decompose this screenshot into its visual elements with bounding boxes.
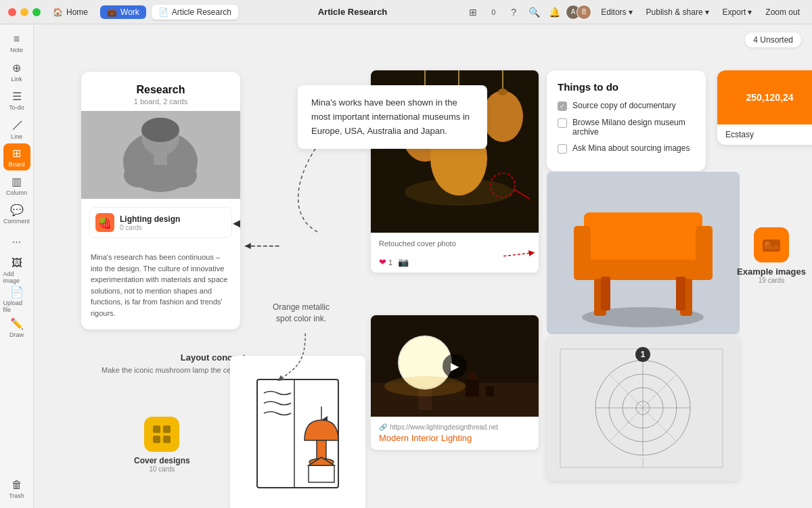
grid-icon[interactable]: ⊞ — [467, 6, 479, 18]
svg-rect-8 — [163, 425, 171, 433]
work-icon: 💼 — [107, 7, 117, 17]
editors-button[interactable]: Editors ▾ — [597, 5, 636, 19]
heart-count: 1 — [388, 258, 392, 267]
checkbox-1[interactable] — [558, 101, 567, 111]
todo-item-1[interactable]: Source copy of documentary — [558, 101, 695, 111]
chair-card — [547, 172, 740, 334]
line-icon: — — [7, 115, 26, 134]
sidebar-item-upload-file[interactable]: 📄 Upload file — [3, 285, 30, 313]
chevron-down-icon-3: ▾ — [748, 7, 752, 17]
sidebar-item-column[interactable]: ▥ Column — [3, 172, 30, 199]
svg-text:1: 1 — [641, 350, 646, 359]
app-body: ≡ Note ⊕ Link ☰ To-do — Line ⊞ Board ▥ C… — [0, 24, 812, 508]
todo-item-3[interactable]: Ask Mina about sourcing images — [558, 143, 695, 154]
tab-work[interactable]: 💼 Work — [100, 5, 146, 19]
maximize-button[interactable] — [32, 8, 41, 16]
notification-count: 0 — [487, 6, 499, 18]
bell-icon[interactable]: 🔔 — [548, 6, 560, 18]
example-sub: 19 cards — [717, 277, 812, 284]
chevron-down-icon-2: ▾ — [705, 7, 709, 17]
sidebar-item-comment[interactable]: 💬 Comment — [3, 200, 30, 227]
export-button[interactable]: Export ▾ — [719, 5, 757, 19]
traffic-lights — [8, 8, 41, 16]
sidebar-item-add-image[interactable]: 🖼 Add image — [3, 257, 30, 284]
help-icon[interactable]: ? — [508, 6, 520, 18]
nested-sub: 0 cards — [120, 224, 226, 231]
photo-card-bottom[interactable]: ▶ 🔗 https://www.lightingdesignthread.net… — [371, 315, 539, 450]
svg-rect-43 — [584, 260, 702, 280]
tab-article-label: Article Research — [172, 7, 231, 17]
camera-icon[interactable]: 📷 — [398, 257, 409, 267]
sidebar-item-note[interactable]: ≡ Note — [3, 30, 30, 57]
titlebar-icons: ⊞ 0 ? 🔍 🔔 — [467, 6, 560, 18]
todo-text-3: Ask Mina about sourcing images — [572, 143, 690, 153]
sidebar-label-column: Column — [6, 189, 27, 196]
sidebar-label-line: Line — [11, 133, 22, 140]
board-icon: ⊞ — [12, 147, 21, 160]
svg-point-4 — [141, 118, 179, 142]
sketch-card[interactable] — [230, 356, 365, 508]
video-thumbnail[interactable]: ▶ — [371, 315, 539, 417]
cover-designs-card[interactable]: Cover designs 10 cards — [134, 417, 190, 473]
upload-icon: 📄 — [10, 285, 24, 298]
chevron-down-icon: ▾ — [629, 7, 633, 17]
checkbox-3[interactable] — [558, 144, 567, 154]
sidebar-item-link[interactable]: ⊕ Link — [3, 58, 30, 85]
canvas[interactable]: 4 Unsorted — [34, 24, 812, 508]
research-body-text: Mina's research has been continuous – in… — [81, 246, 240, 319]
sidebar-item-trash[interactable]: 🗑 Trash — [3, 476, 30, 503]
checkbox-2[interactable] — [558, 118, 567, 128]
sidebar-item-line[interactable]: — Line — [3, 115, 30, 142]
example-images-card[interactable]: Example images 19 cards — [717, 227, 812, 284]
todo-card[interactable]: Things to do Source copy of documentary … — [547, 70, 706, 171]
avatar-2: B — [577, 5, 591, 20]
sidebar-item-todo[interactable]: ☰ To-do — [3, 87, 30, 114]
sidebar-label-note: Note — [10, 47, 23, 53]
zoom-out-button[interactable]: Zoom out — [761, 5, 804, 19]
search-icon[interactable]: 🔍 — [528, 6, 540, 18]
research-card-subtitle: 1 board, 2 cards — [92, 97, 229, 106]
more-icon: ··· — [12, 236, 21, 248]
sketch-drawing — [244, 369, 352, 498]
sidebar-item-more[interactable]: ··· — [3, 229, 30, 256]
color-card[interactable]: 250,120,24 Ecstasy — [717, 70, 812, 145]
svg-rect-16 — [309, 465, 334, 482]
color-name: Ecstasy — [717, 124, 812, 145]
svg-rect-36 — [466, 379, 479, 396]
nested-title: Lighting design — [120, 214, 226, 224]
tab-article-research[interactable]: 📄 Article Research — [152, 5, 238, 20]
research-nested-card[interactable]: 🍓 Lighting design 0 cards ◀ — [89, 207, 232, 238]
avatar-group: A B — [566, 5, 591, 20]
play-button[interactable]: ▶ — [443, 354, 467, 378]
close-button[interactable] — [8, 8, 16, 16]
unsorted-badge: 4 Unsorted — [745, 32, 801, 47]
svg-rect-3 — [154, 152, 167, 165]
sidebar-item-draw[interactable]: ✏️ Draw — [3, 314, 30, 341]
svg-point-6 — [167, 163, 197, 187]
add-image-icon: 🖼 — [12, 257, 22, 269]
publish-share-button[interactable]: Publish & share ▾ — [642, 5, 713, 19]
todo-item-2[interactable]: Browse Milano design museum archive — [558, 118, 695, 137]
tab-home[interactable]: 🏠 Home — [46, 5, 95, 20]
research-card[interactable]: Research 1 board, 2 cards — [81, 72, 240, 329]
nested-arrow: ◀ — [233, 216, 240, 229]
comment-icon: 💬 — [10, 204, 24, 216]
sidebar-item-board[interactable]: ⊞ Board — [3, 143, 30, 170]
doc-icon: 📄 — [158, 7, 168, 17]
example-title: Example images — [717, 267, 812, 277]
todo-title: Things to do — [558, 81, 695, 93]
research-card-title: Research — [92, 84, 229, 96]
svg-rect-38 — [486, 386, 494, 396]
sidebar-label-comment: Comment — [3, 218, 30, 225]
text-bubble: Mina's works have been shown in the most… — [298, 85, 487, 149]
link-icon: ⊕ — [12, 62, 21, 74]
svg-point-26 — [482, 91, 523, 142]
heart-reaction[interactable]: ❤ 1 — [379, 257, 392, 267]
minimize-button[interactable] — [20, 8, 28, 16]
sidebar-label-link: Link — [11, 76, 22, 83]
sidebar: ≡ Note ⊕ Link ☰ To-do — Line ⊞ Board ▥ C… — [0, 24, 34, 508]
blueprint-card[interactable]: 1 — [547, 336, 740, 481]
link-title: Modern Interior Lighting — [379, 433, 531, 443]
photo-caption: Retouched cover photo — [371, 233, 539, 254]
orange-metallic-label: Orange metallic spot color ink. — [264, 302, 338, 325]
